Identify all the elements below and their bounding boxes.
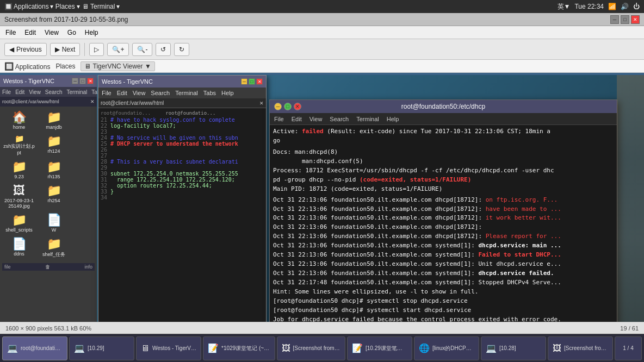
list-item[interactable]: 📁shelf_任务 xyxy=(37,235,71,260)
tigervnc-max-btn[interactable]: □ xyxy=(249,78,255,85)
list-item[interactable]: 📄ddns xyxy=(2,235,36,260)
term-line-oct2: Oct 31 22:13:06 foundation50.ilt.example… xyxy=(273,205,614,214)
term-line-active: Active: failed (Result: exit-code) since… xyxy=(273,127,614,136)
list-item[interactable]: 🏠home xyxy=(2,109,36,132)
taskbar-item-notes2[interactable]: 📝 [10.29课堂笔记 (~/.. xyxy=(347,336,412,360)
imgviewer-menu-edit[interactable]: Edit xyxy=(24,29,36,36)
minimize-btn[interactable]: ─ xyxy=(610,15,619,24)
fm-min-btn[interactable]: ─ xyxy=(72,78,78,84)
fm-title: Westos - TigerVNC xyxy=(3,78,54,84)
terminal-chevron-icon: ▾ xyxy=(116,3,120,10)
taskbar-item-dhcp[interactable]: 🌐 [linux的DHCP服务启... xyxy=(414,336,479,360)
imgviewer-menu-help[interactable]: Help xyxy=(85,29,98,36)
tigervnc-menubar: File Edit View Search Terminal Tabs Help xyxy=(98,88,266,98)
next-button[interactable]: ▶ Next xyxy=(50,43,81,56)
tigervnc-min-btn[interactable]: ─ xyxy=(241,78,247,85)
tvnc-menu-edit[interactable]: Edit xyxy=(117,90,127,96)
tvnc-close-tab[interactable]: ✕ xyxy=(259,101,264,106)
fm-menu-terminal[interactable]: Terminal xyxy=(67,89,88,95)
zoom-in-button[interactable]: 🔍+ xyxy=(107,43,129,56)
fm-menu-file[interactable]: File xyxy=(2,89,11,95)
term-line-oct1: Oct 31 22:13:06 foundation50.ilt.example… xyxy=(273,196,614,204)
fm-places-label[interactable]: Places xyxy=(55,63,75,70)
terminal-max-btn[interactable]: □ xyxy=(284,103,292,110)
task-vnc-icon: 🖥 xyxy=(141,344,150,353)
zoom-out-button[interactable]: 🔍- xyxy=(132,43,152,56)
fm-close-btn[interactable]: ✕ xyxy=(87,78,94,84)
taskbar: 💻 root@foundation50:... 💻 [10.29] 🖥 West… xyxy=(0,334,644,362)
rotate-cw-button[interactable]: ↻ xyxy=(174,43,189,56)
file-manager-titlebar: Westos - TigerVNC ─ □ ✕ xyxy=(0,75,97,87)
term-menu-help[interactable]: Help xyxy=(387,116,399,122)
maximize-btn[interactable]: □ xyxy=(621,15,629,24)
term-menu-file[interactable]: File xyxy=(274,116,284,122)
term-menu-view[interactable]: View xyxy=(309,116,323,122)
fm-close-tab-icon[interactable]: ✕ xyxy=(90,99,95,104)
taskbar-item-1029[interactable]: 💻 [10.29] xyxy=(69,336,134,360)
term-line-cmd1: [root@foundation50 dhcp]# systemctl stop… xyxy=(273,297,614,305)
fm-path: root@client:/var/www/html xyxy=(2,99,59,104)
fm-menu-edit[interactable]: Edit xyxy=(15,89,24,95)
taskbar-item-foundation50[interactable]: 💻 root@foundation50:... xyxy=(2,336,67,360)
taskbar-pager[interactable]: 1 / 4 xyxy=(615,336,642,360)
tigervnc-editor[interactable]: root@foundatio... root@foundatio... 21 #… xyxy=(98,108,266,334)
tvnc-menu-terminal[interactable]: Terminal xyxy=(175,90,198,96)
taskbar-item-1028[interactable]: 💻 [10.28] xyxy=(481,336,546,360)
terminal-output[interactable]: Active: failed (Result: exit-code) since… xyxy=(270,125,617,334)
term-menu-search[interactable]: Search xyxy=(330,116,349,122)
list-item[interactable]: 📁shell_scripts xyxy=(2,211,36,234)
image-viewer-statusbar: 1600 × 900 pixels 563.1 kB 60% 19 / 61 xyxy=(0,322,644,334)
rotate-ccw-button[interactable]: ↺ xyxy=(156,43,171,56)
tvnc-menu-tabs[interactable]: Tabs xyxy=(203,90,216,96)
terminal-min-btn[interactable]: ─ xyxy=(274,103,282,110)
fm-apps-icon: 🔲 xyxy=(4,62,14,71)
tvnc-menu-help[interactable]: Help xyxy=(221,90,234,96)
imgviewer-menu-file[interactable]: File xyxy=(5,29,16,36)
terminal-menu[interactable]: 🖥 Terminal ▾ xyxy=(82,3,120,10)
fm-apps-label[interactable]: 🔲 Applications xyxy=(4,62,50,71)
imgviewer-menu-view[interactable]: View xyxy=(45,29,59,36)
tigervnc-wm-btns: ─ □ ✕ xyxy=(241,78,263,85)
slideshow-button[interactable]: ▷ xyxy=(89,43,104,56)
tvnc-line-30: 30 subnet 172.25.254.0 netmask 255.255.2… xyxy=(101,171,264,177)
tvnc-line-29: 29 xyxy=(101,165,264,171)
fm-tab[interactable]: 🖥 TigerVNC Viewer ▼ xyxy=(81,61,154,71)
tigervnc-titlebar: Westos - TigerVNC ─ □ ✕ xyxy=(98,76,266,88)
tigervnc-close-btn[interactable]: ✕ xyxy=(256,78,263,85)
taskbar-item-westos[interactable]: 🖥 Westos - TigerVNC xyxy=(136,336,201,360)
applications-menu[interactable]: 🔲 Applications ▾ xyxy=(4,3,53,10)
tvnc-line-32: 32 option routers 172.25.254.44; xyxy=(101,183,264,189)
close-btn[interactable]: ✕ xyxy=(631,15,640,24)
tvnc-line-26: 26 xyxy=(101,147,264,153)
places-menu[interactable]: Places ▾ xyxy=(55,3,80,10)
tvnc-menu-view[interactable]: View xyxy=(133,90,146,96)
term-line-oct5: Oct 31 22:13:06 foundation50.ilt.example… xyxy=(273,232,614,241)
list-item[interactable]: 📁manjdb xyxy=(37,109,71,132)
taskbar-item-screenshot2[interactable]: 🖼 [Screenshot from 20... xyxy=(548,336,613,360)
terminal-icon: 🖥 xyxy=(82,3,89,10)
fm-trash-icon[interactable]: 🗑 xyxy=(45,264,50,270)
list-item[interactable]: 📁zsh实训计划.ppt xyxy=(2,133,36,157)
list-item[interactable]: 📁rh254 xyxy=(37,182,71,210)
imgviewer-menu-go[interactable]: Go xyxy=(67,29,76,36)
fm-menu-view[interactable]: View xyxy=(29,89,41,95)
tvnc-line-34: 34 xyxy=(101,195,264,201)
term-menu-terminal[interactable]: Terminal xyxy=(356,116,379,122)
list-item[interactable]: 📁rh124 xyxy=(37,133,71,157)
tigervnc-title: Westos - TigerVNC xyxy=(102,78,153,85)
list-item[interactable]: 📄W xyxy=(37,211,71,234)
language-indicator[interactable]: 英▼ xyxy=(558,2,571,11)
list-item[interactable]: 🖼2017-09-23-125149.jpg xyxy=(2,182,36,210)
terminal-close-btn[interactable]: ✕ xyxy=(294,103,301,110)
list-item[interactable]: 📁9.23 xyxy=(2,158,36,181)
taskbar-item-screenshot[interactable]: 🖼 [Screenshot from 2017-10-29 0... xyxy=(277,336,346,360)
tvnc-menu-search[interactable]: Search xyxy=(151,90,170,96)
tvnc-menu-file[interactable]: File xyxy=(102,90,112,96)
term-line-docs2: man:dhcpd.conf(5) xyxy=(273,157,614,166)
taskbar-item-notes1[interactable]: 📝 *1029课堂笔记 (~/.Desktop) - ge... xyxy=(203,336,275,360)
fm-menu-search[interactable]: Search xyxy=(45,89,63,95)
list-item[interactable]: 📁rh135 xyxy=(37,158,71,181)
term-menu-edit[interactable]: Edit xyxy=(292,116,302,122)
previous-button[interactable]: ◀ Previous xyxy=(4,43,47,56)
fm-max-btn[interactable]: □ xyxy=(79,78,86,84)
